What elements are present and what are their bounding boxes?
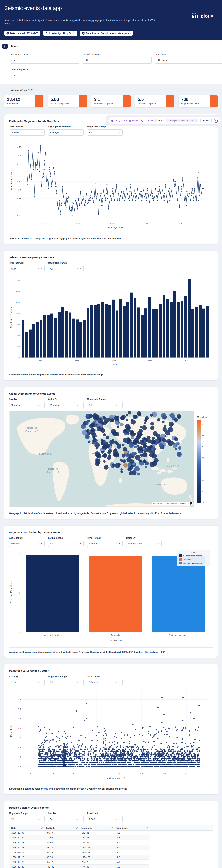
chevron-down-icon[interactable]: ▼ (119, 818, 121, 820)
chevron-down-icon[interactable]: ▼ (41, 131, 43, 133)
control-select[interactable]: Latitude Zone×▼ (126, 540, 162, 547)
chevron-down-icon[interactable]: ▼ (119, 543, 121, 545)
chevron-down-icon[interactable]: ▼ (41, 818, 43, 820)
control-select[interactable]: Average×▼ (9, 540, 44, 547)
dev-toolbar-callbacks[interactable]: Callbacks (140, 119, 153, 122)
chevron-down-icon[interactable]: ▼ (119, 404, 121, 406)
table-cell: 45.72 (44, 861, 79, 863)
clear-icon[interactable]: × (116, 681, 119, 683)
select-value: Quarter (11, 131, 19, 134)
kpi-row: 23,412Total Events5.88Average Magnitude9… (4, 95, 218, 107)
control-select[interactable]: All×▼ (87, 129, 123, 135)
filter-funnel-icon[interactable] (146, 827, 148, 829)
axis-tick-label: 6.05 (17, 163, 21, 165)
clear-icon[interactable]: × (116, 404, 119, 406)
chevron-down-icon[interactable]: ▼ (41, 268, 43, 270)
carto-link[interactable]: CARTO (155, 502, 162, 504)
control-select[interactable]: None×▼ (9, 679, 44, 685)
info-icon[interactable]: i (190, 502, 192, 505)
chevron-down-icon[interactable]: ▼ (80, 543, 82, 545)
axis-tick-label: NORTH (27, 426, 37, 429)
chevron-down-icon[interactable]: ▼ (80, 681, 82, 683)
clear-icon[interactable]: × (38, 131, 41, 134)
control-select[interactable]: 1,000×▼ (87, 816, 123, 822)
dash-update-badge[interactable]: Dash update available - v4.0.0 (166, 119, 198, 122)
table-row[interactable]: 2016-12-2838.39-118.895.6 (9, 850, 149, 855)
chart-svg[interactable]: 0123456Northern HemisphereEquatorialSout… (9, 550, 214, 645)
chart-svg[interactable]: -200-150-100-500501001505.566.577.588.59… (9, 688, 214, 781)
column-header-longitude[interactable]: Longitude (79, 826, 114, 830)
control-size-by: Size By:Magnitude×▼ (9, 398, 44, 408)
clear-icon[interactable]: × (77, 818, 80, 820)
control-select[interactable]: Date×▼ (48, 816, 84, 822)
clear-icon[interactable]: × (116, 542, 119, 545)
table-row[interactable]: 2016-12-2745.7226.525.6 (9, 860, 149, 865)
chevron-down-icon[interactable]: ▼ (41, 543, 43, 545)
select-value: Date (50, 818, 55, 820)
control-aggregation: Aggregation:Average×▼ (9, 536, 44, 547)
chevron-down-icon[interactable]: ▼ (41, 681, 43, 683)
table-row[interactable]: 2016-12-2838.38-118.905.6 (9, 855, 149, 860)
chevron-down-icon[interactable]: ▼ (80, 131, 82, 133)
clear-icon[interactable]: × (116, 131, 119, 134)
table-row[interactable]: 2016-12-29-9.03118.666.3 (9, 835, 149, 840)
osm-link[interactable]: OpenStreetMap (165, 502, 178, 504)
clear-icon[interactable]: × (77, 542, 80, 545)
axis-tick-label: AMERICA (46, 471, 60, 473)
filter-select-value: All dates (158, 59, 167, 62)
clear-icon[interactable]: × (116, 818, 119, 820)
column-header-magnitude[interactable]: Magnitude (114, 826, 149, 830)
clear-icon[interactable]: × (38, 542, 41, 545)
map-svg[interactable]: NORTHAMERICAAMERICAEUROPEAFRICASOUTHAMER… (9, 411, 195, 506)
chevron-down-icon[interactable]: ▼ (119, 681, 121, 683)
chevron-down-icon[interactable]: ▼ (80, 818, 82, 820)
chevron-down-icon[interactable]: ▼ (158, 543, 160, 545)
filter-select-0[interactable]: All▼ (11, 57, 80, 64)
table-row[interactable]: 2016-12-3037.40141.415.5 (9, 831, 149, 835)
chevron-down-icon[interactable]: ▼ (80, 404, 82, 406)
chevron-down-icon[interactable]: ▼ (119, 131, 121, 133)
chevron-down-icon[interactable]: ▼ (41, 404, 43, 406)
filter-select-1[interactable]: All▼ (83, 57, 152, 64)
clear-icon[interactable]: × (38, 681, 41, 683)
control-select[interactable]: Year×▼ (9, 266, 44, 272)
dev-toolbar-errors[interactable]: Errors (129, 119, 138, 122)
clear-icon[interactable]: × (155, 542, 158, 545)
control-select[interactable]: Magnitude×▼ (48, 402, 84, 408)
column-header-date[interactable]: Date (9, 826, 44, 830)
clear-icon[interactable]: × (38, 404, 41, 406)
control-select[interactable]: All dates×▼ (87, 540, 123, 547)
control-select[interactable]: All×▼ (9, 816, 44, 822)
clear-icon[interactable]: × (77, 681, 80, 683)
chart-svg[interactable]: 0100200300400500600700197019801990200020… (9, 275, 214, 367)
filter-select-3[interactable]: All▼ (11, 72, 80, 79)
table-row[interactable]: 2016-12-25-43.48-74.485.6 (9, 865, 149, 868)
clear-icon[interactable]: × (77, 268, 80, 270)
table-row[interactable]: 2016-12-2836.92140.435.9 (9, 840, 149, 845)
collapse-toolbar-button[interactable]: » (214, 119, 218, 123)
control-select[interactable]: Magnitude×▼ (9, 402, 44, 408)
chart-svg[interactable]: 197019801990200020105.755.85.855.95.9566… (9, 139, 214, 231)
filter-funnel-icon[interactable] (41, 827, 43, 829)
clear-icon[interactable]: × (77, 404, 80, 406)
table-row[interactable]: 2016-12-2838.38-118.905.5 (9, 845, 149, 850)
control-select[interactable]: All×▼ (48, 266, 84, 272)
control-select[interactable]: All×▼ (48, 679, 84, 685)
filter-select-2[interactable]: All dates▼ (155, 57, 222, 64)
column-header-latitude[interactable]: Latitude (44, 826, 79, 830)
filter-funnel-icon[interactable] (76, 827, 78, 829)
clear-icon[interactable]: × (38, 818, 41, 820)
control-select[interactable]: All×▼ (48, 540, 84, 547)
filter-funnel-icon[interactable] (111, 827, 113, 829)
clear-icon[interactable]: × (77, 131, 80, 134)
kpi-label: Total Events (7, 102, 33, 105)
control-select[interactable]: Quarter×▼ (9, 129, 44, 135)
legend[interactable]: ZoneNorthern HemisphereEquatorialSouther… (177, 550, 210, 566)
world-map[interactable]: NORTHAMERICAAMERICAEUROPEAFRICASOUTHAMER… (9, 411, 195, 506)
clear-icon[interactable]: × (38, 268, 41, 270)
control-select[interactable]: Average×▼ (48, 129, 84, 135)
chevron-down-icon[interactable]: ▼ (80, 268, 82, 270)
control-select[interactable]: All×▼ (87, 402, 123, 408)
control-select[interactable]: All dates×▼ (87, 679, 123, 685)
dev-toolbar-plotly-cloud[interactable]: Plotly Cloud (111, 119, 127, 122)
